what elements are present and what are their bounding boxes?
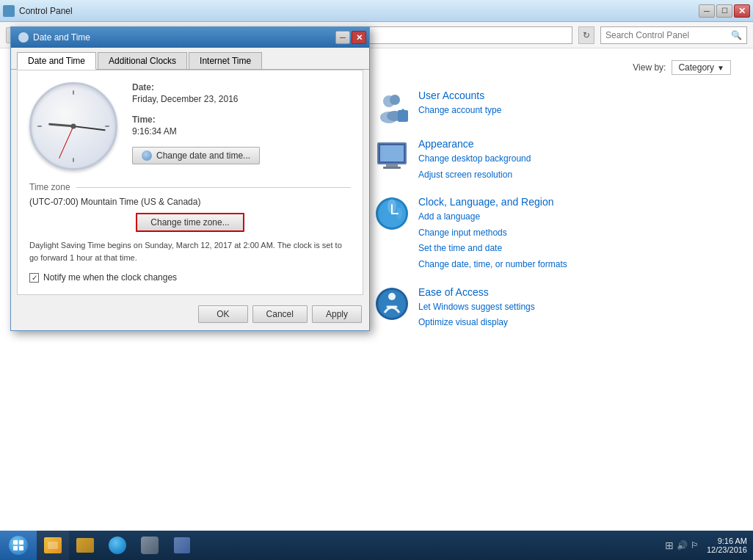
change-input-link[interactable]: Change input methods: [418, 225, 567, 241]
taskbar-file-explorer[interactable]: [37, 531, 69, 560]
clock-datetime-row: Date: Friday, December 23, 2016 Time: 9:…: [29, 82, 351, 170]
dialog-controls: ─ ✕: [335, 31, 366, 44]
hour-hand: [48, 123, 73, 128]
timezone-separator: [76, 187, 351, 188]
timezone-section: Time zone (UTC-07:00) Mountain Time (US …: [29, 182, 351, 232]
viewby-row: View by: Category ▼: [374, 60, 731, 75]
svg-rect-24: [19, 546, 23, 550]
user-accounts-icon: [374, 90, 410, 125]
change-tz-row: Change time zone...: [29, 213, 351, 232]
dialog-footer: OK Cancel Apply: [11, 301, 369, 330]
flag-tray-icon: 🏳: [691, 540, 699, 550]
clock-face: [29, 82, 117, 170]
adjust-resolution-link[interactable]: Adjust screen resolution: [418, 167, 531, 183]
apply-button[interactable]: Apply: [312, 305, 362, 323]
ease-title[interactable]: Ease of Access: [418, 286, 535, 298]
viewby-value: Category: [678, 62, 714, 73]
dialog-close-button[interactable]: ✕: [352, 31, 366, 44]
notify-label: Notify me when the clock changes: [43, 272, 177, 283]
minute-hand: [73, 126, 106, 131]
clock-icon: [374, 196, 410, 231]
change-datetime-label: Change date and time...: [156, 150, 250, 161]
change-datetime-button[interactable]: Change date and time...: [132, 147, 260, 164]
volume-tray-icon: 🔊: [677, 540, 688, 550]
calc-icon: [174, 537, 190, 553]
user-accounts-title[interactable]: User Accounts: [418, 90, 501, 101]
cp-close-button[interactable]: ✕: [734, 4, 750, 18]
start-button[interactable]: [0, 531, 37, 560]
svg-rect-23: [13, 546, 18, 550]
taskbar-left: [0, 531, 198, 560]
taskbar-time: 9:16 AM: [707, 537, 747, 545]
start-icon: [9, 536, 28, 555]
search-icon: 🔍: [731, 30, 742, 40]
svg-rect-21: [13, 540, 18, 545]
cp-window-controls: ─ ☐ ✕: [699, 4, 750, 18]
cp-maximize-button[interactable]: ☐: [716, 4, 732, 18]
clock-small-icon: [142, 150, 152, 161]
dialog-title: Date and Time: [33, 32, 90, 43]
timezone-value: (UTC-07:00) Mountain Time (US & Canada): [29, 197, 351, 207]
time-label: Time:: [132, 114, 351, 125]
tray-icons: ⊞ 🔊 🏳: [662, 539, 702, 551]
settings-icon: [141, 537, 159, 554]
dialog-minimize-button[interactable]: ─: [335, 31, 350, 44]
clock-center: [71, 124, 76, 129]
chevron-down-icon: ▼: [717, 64, 724, 72]
svg-rect-22: [19, 540, 23, 545]
search-input[interactable]: [605, 30, 728, 40]
change-bg-link[interactable]: Change desktop background: [418, 151, 531, 167]
ie-icon: [109, 537, 126, 554]
clock-text: Clock, Language, and Region Add a langua…: [418, 196, 567, 272]
folder-icon: [76, 538, 94, 553]
ok-button[interactable]: OK: [198, 305, 247, 323]
suggest-settings-link[interactable]: Let Windows suggest settings: [418, 299, 535, 316]
change-formats-link[interactable]: Change date, time, or number formats: [418, 257, 567, 273]
datetime-info: Date: Friday, December 23, 2016 Time: 9:…: [132, 82, 351, 164]
dialog-tabs: Date and Time Additional Clocks Internet…: [11, 48, 369, 70]
date-label: Date:: [132, 82, 351, 92]
taskbar-clock[interactable]: 9:16 AM 12/23/2016: [707, 537, 747, 554]
change-timezone-button[interactable]: Change time zone...: [136, 213, 244, 232]
date-value: Friday, December 23, 2016: [132, 94, 351, 104]
optimize-display-link[interactable]: Optimize visual display: [418, 315, 535, 331]
dst-text: Daylight Saving Time begins on Sunday, M…: [29, 239, 351, 263]
viewby-label: View by:: [633, 62, 666, 73]
cp-search-container: 🔍: [600, 26, 747, 44]
add-language-link[interactable]: Add a language: [418, 209, 567, 225]
taskbar-settings[interactable]: [134, 531, 166, 560]
section-user-accounts: User Accounts Change account type: [374, 90, 731, 125]
notify-row: ✓ Notify me when the clock changes: [29, 272, 351, 283]
set-time-link[interactable]: Set the time and date: [418, 241, 567, 257]
taskbar-date: 12/23/2016: [707, 545, 747, 554]
cp-minimize-button[interactable]: ─: [699, 4, 715, 18]
timezone-label: Time zone: [29, 182, 70, 192]
tab-additional-clocks[interactable]: Additional Clocks: [98, 52, 187, 69]
change-account-link[interactable]: Change account type: [418, 103, 501, 119]
user-accounts-text: User Accounts Change account type: [418, 90, 501, 119]
ease-text: Ease of Access Let Windows suggest setti…: [418, 286, 535, 331]
taskbar: ⊞ 🔊 🏳 9:16 AM 12/23/2016: [0, 531, 753, 560]
dialog-icon: [18, 32, 29, 43]
taskbar-calc[interactable]: [166, 531, 198, 560]
cp-icon: [3, 5, 15, 17]
taskbar-folder[interactable]: [69, 531, 101, 560]
taskbar-ie[interactable]: [101, 531, 134, 560]
svg-point-19: [388, 293, 396, 300]
clock-title[interactable]: Clock, Language, and Region: [418, 196, 567, 208]
notify-checkbox[interactable]: ✓: [29, 273, 39, 283]
appearance-title[interactable]: Appearance: [418, 138, 531, 150]
cp-refresh-button[interactable]: ↻: [578, 26, 594, 44]
network-tray-icon: ⊞: [665, 539, 674, 551]
appearance-icon: [374, 138, 410, 173]
cp-sections: View by: Category ▼: [352, 48, 753, 531]
cancel-button[interactable]: Cancel: [252, 305, 308, 323]
viewby-dropdown[interactable]: Category ▼: [672, 60, 731, 75]
svg-point-1: [390, 95, 400, 105]
cp-titlebar: Control Panel ─ ☐ ✕: [0, 0, 753, 22]
cp-title: Control Panel: [19, 6, 73, 16]
tab-internet-time[interactable]: Internet Time: [189, 52, 262, 69]
section-clock: Clock, Language, and Region Add a langua…: [374, 196, 731, 272]
tab-date-time[interactable]: Date and Time: [17, 52, 96, 70]
appearance-text: Appearance Change desktop background Adj…: [418, 138, 531, 183]
